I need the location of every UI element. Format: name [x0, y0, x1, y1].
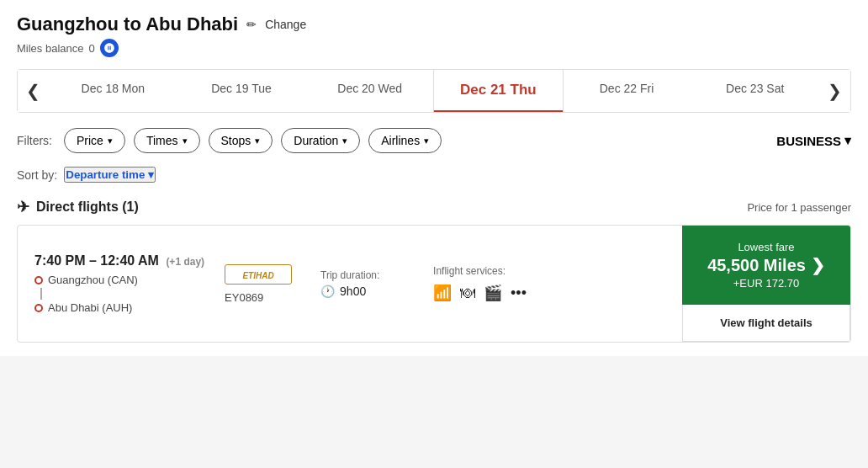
sort-label: Sort by: [17, 168, 57, 182]
filters-row: Filters: Price ▾ Times ▾ Stops ▾ Duratio… [17, 128, 851, 153]
time-range: 7:40 PM – 12:40 AM [34, 253, 159, 268]
date-tab-dec22[interactable]: Dec 22 Fri [563, 70, 691, 112]
chevron-down-icon: ▾ [844, 133, 851, 148]
sort-row: Sort by: Departure time ▾ [17, 167, 851, 183]
clock-icon: 🕐 [320, 285, 335, 298]
chevron-down-icon: ▾ [108, 136, 113, 146]
flight-number: EY0869 [225, 291, 300, 304]
chevron-down-icon: ▾ [255, 136, 260, 146]
wifi-icon: 📶 [433, 284, 452, 302]
chevron-down-icon: ▾ [342, 136, 347, 146]
class-dropdown-button[interactable]: BUSINESS ▾ [776, 133, 851, 148]
flight-times: 7:40 PM – 12:40 AM (+1 day) Guangzhou (C… [34, 253, 204, 314]
flight-info: 7:40 PM – 12:40 AM (+1 day) Guangzhou (C… [18, 226, 682, 342]
chevron-down-icon: ▾ [183, 136, 188, 146]
filter-stops-button[interactable]: Stops ▾ [209, 128, 273, 153]
filters-label: Filters: [17, 134, 52, 147]
sort-value-button[interactable]: Departure time ▾ [64, 167, 156, 183]
date-tab-dec19[interactable]: Dec 19 Tue [177, 70, 306, 112]
lowest-fare-label: Lowest fare [738, 241, 794, 253]
page-title: Guangzhou to Abu Dhabi [17, 13, 238, 35]
trip-duration-label: Trip duration: [320, 269, 413, 281]
inflight-label: Inflight services: [433, 265, 559, 277]
lowest-fare-eur: +EUR 172.70 [733, 277, 799, 290]
entertainment-icon: 🎬 [484, 284, 502, 302]
change-button[interactable]: Change [265, 18, 306, 31]
filter-duration-button[interactable]: Duration ▾ [281, 128, 360, 153]
lowest-fare-button[interactable]: Lowest fare 45,500 Miles ❯ +EUR 172.70 [682, 226, 850, 305]
date-carousel: ❮ Dec 18 Mon Dec 19 Tue Dec 20 Wed Dec 2… [17, 69, 851, 113]
date-tab-dec18[interactable]: Dec 18 Mon [49, 70, 177, 112]
class-selector: BUSINESS ▾ [776, 133, 851, 148]
section-header: ✈ Direct flights (1) Price for 1 passeng… [17, 198, 851, 216]
from-airport-row: Guangzhou (CAN) [34, 274, 204, 286]
to-dot [34, 304, 43, 312]
chevron-down-icon: ▾ [148, 168, 154, 181]
airports: Guangzhou (CAN) Abu Dhabi (AUH) [34, 274, 204, 314]
filter-price-button[interactable]: Price ▾ [64, 128, 125, 153]
next-date-button[interactable]: ❯ [819, 70, 850, 112]
line-connector [40, 288, 42, 300]
day-note: (+1 day) [166, 256, 204, 268]
miles-balance-label: Miles balance [17, 42, 84, 55]
miles-icon [100, 39, 119, 57]
flight-card: 7:40 PM – 12:40 AM (+1 day) Guangzhou (C… [17, 225, 851, 343]
trip-duration: Trip duration: 🕐 9h00 [320, 269, 413, 298]
lowest-fare-miles: 45,500 Miles ❯ [707, 255, 825, 275]
airline-info: ETIHAD EY0869 [225, 264, 300, 304]
airline-logo: ETIHAD [225, 264, 292, 285]
filter-airlines-button[interactable]: Airlines ▾ [368, 128, 442, 153]
date-tab-dec20[interactable]: Dec 20 Wed [305, 70, 434, 112]
inflight-services: Inflight services: 📶 🍽 🎬 ••• [433, 265, 559, 302]
meal-icon: 🍽 [460, 285, 475, 302]
to-airport: Abu Dhabi (AUH) [48, 301, 132, 314]
filter-times-button[interactable]: Times ▾ [134, 128, 200, 153]
to-airport-row: Abu Dhabi (AUH) [34, 301, 204, 314]
date-tab-dec21[interactable]: Dec 21 Thu [433, 70, 564, 112]
trip-duration-value: 🕐 9h00 [320, 285, 413, 298]
from-airport: Guangzhou (CAN) [48, 274, 138, 286]
miles-balance-value: 0 [89, 42, 95, 55]
date-tab-dec23[interactable]: Dec 23 Sat [691, 70, 819, 112]
more-services-icon: ••• [511, 285, 527, 302]
price-block: Lowest fare 45,500 Miles ❯ +EUR 172.70 V… [682, 226, 850, 342]
date-tabs: Dec 18 Mon Dec 19 Tue Dec 20 Wed Dec 21 … [49, 70, 819, 112]
prev-date-button[interactable]: ❮ [18, 70, 49, 112]
pencil-icon: ✏ [246, 18, 257, 31]
section-title: ✈ Direct flights (1) [17, 198, 139, 216]
chevron-down-icon: ▾ [424, 136, 429, 146]
from-dot [34, 276, 43, 285]
price-note: Price for 1 passenger [747, 201, 851, 214]
inflight-icons: 📶 🍽 🎬 ••• [433, 284, 559, 302]
plane-icon: ✈ [17, 198, 29, 216]
view-flight-details-button[interactable]: View flight details [682, 305, 850, 342]
airline-name: ETIHAD [242, 271, 273, 280]
